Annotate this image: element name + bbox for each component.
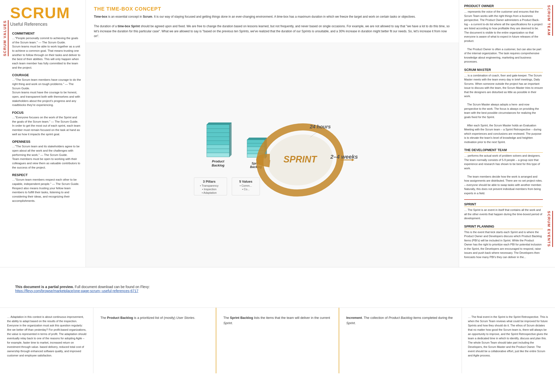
svg-text:• Adaptation: • Adaptation xyxy=(202,191,217,194)
svg-text:• Co...: • Co... xyxy=(242,188,250,191)
svg-rect-12 xyxy=(247,140,265,143)
events-divider xyxy=(464,199,543,200)
scrum-subtitle: Useful References xyxy=(10,22,81,27)
value-commitment-text: …"People personally commit to achieving … xyxy=(12,36,81,70)
center-panel: THE TIME-BOX CONCEPT Time-box is an esse… xyxy=(86,0,459,267)
sprint-event-text: … The Sprint is an event in itself that … xyxy=(464,208,543,220)
svg-rect-1 xyxy=(207,129,229,133)
svg-rect-0 xyxy=(207,125,229,129)
sprint-planning-text: This is the event that kick starts each … xyxy=(464,230,543,259)
scrum-master-section: SCRUM MASTER … is a combination of coach… xyxy=(464,68,543,144)
svg-rect-4 xyxy=(207,141,229,145)
svg-marker-17 xyxy=(247,138,267,140)
increment-card: Increment. The collection of Product Bac… xyxy=(339,308,462,373)
scrum-team-label: Scrum Team xyxy=(547,5,553,36)
sprint-section: SPRINT … The Sprint is an event in itsel… xyxy=(464,202,543,220)
right-panel: Scrum Team PRODUCT OWNER … represents th… xyxy=(459,0,555,267)
retrospective-text: … The final event in the Sprint is the S… xyxy=(468,315,548,358)
sprint-planning-title: SPRINT PLANNING xyxy=(464,225,543,229)
list-item: COMMITMENT …"People personally commit to… xyxy=(12,32,81,70)
scrum-logo: SCRUM xyxy=(10,5,81,21)
product-backlog-card-text: The Product Backlog is a prioritized lis… xyxy=(100,315,195,321)
product-backlog-card: The Product Backlog is a prioritized lis… xyxy=(93,308,216,373)
scrum-events-label: Scrum Events xyxy=(547,211,553,247)
value-openness-title: OPENNESS xyxy=(12,140,81,144)
bottom-right-text: … The final event in the Sprint is the S… xyxy=(462,308,555,373)
scrum-master-title: SCRUM MASTER xyxy=(464,68,543,72)
bottom-left-text: … Adaptation in this context is about co… xyxy=(0,308,93,373)
sprint-backlog-card: The Sprint Backlog lists the items that … xyxy=(216,308,339,373)
adaptation-text: … Adaptation in this context is about co… xyxy=(7,315,87,358)
sprint-label: SPRINT xyxy=(283,154,318,164)
scrum-master-text: … is a combination of coach, fixer and g… xyxy=(464,73,543,144)
dev-team-title: THE DEVELOPMENT TEAM xyxy=(464,148,543,153)
list-item: OPENNESS …"The Scrum team and its stakeh… xyxy=(12,140,81,170)
svg-text:• Inspection: • Inspection xyxy=(202,188,216,191)
value-focus-title: FOCUS xyxy=(12,111,81,115)
left-panel-values: SCRUM Useful References Scrum Values COM… xyxy=(0,0,86,267)
value-focus-text: …"Everyone focuses on the work of the Sp… xyxy=(12,115,81,136)
preview-notice: This document is a partial preview. Full… xyxy=(15,285,150,293)
product-owner-title: PRODUCT OWNER xyxy=(464,4,543,9)
list-item: COURAGE …"The Scrum team members have co… xyxy=(12,73,81,107)
svg-rect-3 xyxy=(207,137,229,141)
increment-card-text: Increment. The collection of Product Bac… xyxy=(346,315,455,326)
svg-marker-8 xyxy=(207,123,231,125)
svg-text:5 Values: 5 Values xyxy=(239,180,252,183)
bottom-section: … Adaptation in this context is about co… xyxy=(0,308,555,373)
svg-text:• Transparency: • Transparency xyxy=(200,184,219,187)
pillars-box: 3 Pillars • Transparency • Inspection • … xyxy=(194,178,227,195)
scrum-values-label: Scrum Values xyxy=(3,20,9,56)
timebox-section: THE TIME-BOX CONCEPT Time-box is an esse… xyxy=(86,0,459,43)
preview-link[interactable]: https://flevy.com/browse/marketplace/one… xyxy=(15,289,138,293)
timebox-text: Time-box is an essential concept in Scru… xyxy=(94,14,451,39)
dev-team-section: THE DEVELOPMENT TEAM … performs the actu… xyxy=(464,148,543,195)
diagram-section: Product Backlog Sprint Backlog xyxy=(86,43,459,267)
value-openness-text: …"The Scrum team and its stakeholders ag… xyxy=(12,144,81,170)
svg-rect-6 xyxy=(207,149,229,153)
svg-text:Product: Product xyxy=(212,159,224,163)
value-courage-title: COURAGE xyxy=(12,73,81,77)
bottom-cards: The Product Backlog is a prioritized lis… xyxy=(93,308,462,373)
product-backlog-group: Product Backlog xyxy=(207,123,231,167)
sprint-event-title: SPRINT xyxy=(464,202,543,207)
svg-rect-2 xyxy=(207,133,229,137)
svg-text:• Comm...: • Comm... xyxy=(240,184,252,187)
svg-marker-9 xyxy=(229,123,231,157)
product-owner-section: PRODUCT OWNER … represents the voice of … xyxy=(464,4,543,64)
right-content: PRODUCT OWNER … represents the voice of … xyxy=(464,4,550,259)
scrum-diagram-svg: Product Backlog Sprint Backlog xyxy=(187,109,358,200)
list-item: FOCUS …"Everyone focuses on the work of … xyxy=(12,111,81,136)
weeks-label: 2–4 weeks xyxy=(330,154,358,160)
sprint-backlog-card-text: The Sprint Backlog lists the items that … xyxy=(223,315,332,326)
hours-label: 24 hours xyxy=(309,124,331,129)
values-box: 5 Values • Comm... • Co... xyxy=(232,178,260,195)
product-owner-text: … represents the voice of the customer a… xyxy=(464,10,543,64)
svg-text:3 Pillars: 3 Pillars xyxy=(203,180,216,183)
value-commitment-title: COMMITMENT xyxy=(12,32,81,35)
value-respect-title: RESPECT xyxy=(12,173,81,177)
preview-normal-text: Full document download can be found on F… xyxy=(75,285,150,289)
sprint-planning-section: SPRINT PLANNING This is the event that k… xyxy=(464,225,543,259)
svg-rect-7 xyxy=(207,153,229,157)
preview-notice-section: This document is a partial preview. Full… xyxy=(0,267,555,308)
svg-text:Backlog: Backlog xyxy=(212,163,225,167)
value-respect-text: …"Scrum team members respect each other … xyxy=(12,178,81,203)
timebox-title: THE TIME-BOX CONCEPT xyxy=(94,6,451,12)
top-section: SCRUM Useful References Scrum Values COM… xyxy=(0,0,555,267)
list-item: RESPECT …"Scrum team members respect eac… xyxy=(12,173,81,203)
dev-team-text: … performs the actual work of problem so… xyxy=(464,154,543,195)
svg-rect-5 xyxy=(207,145,229,149)
preview-bold-text: This document is a partial preview. xyxy=(15,285,74,289)
value-courage-text: …"The Scrum team members have courage to… xyxy=(12,78,81,107)
